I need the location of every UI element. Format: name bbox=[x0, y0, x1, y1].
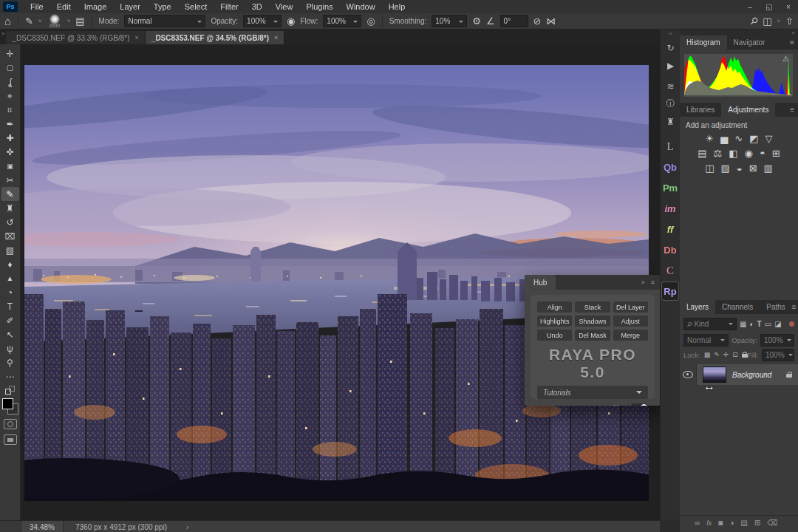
tab-navigator[interactable]: Navigator bbox=[727, 35, 772, 50]
hue-saturation-icon[interactable]: ▤ bbox=[698, 148, 706, 159]
menu-help[interactable]: Help bbox=[382, 2, 412, 11]
brush-angle-field[interactable]: 0° bbox=[500, 15, 528, 27]
tab-overflow-icon[interactable]: » bbox=[1, 30, 4, 37]
close-button[interactable]: × bbox=[779, 1, 798, 13]
blend-mode-select[interactable]: Normal bbox=[124, 15, 205, 27]
panel-badge-c[interactable]: C bbox=[662, 262, 678, 279]
menu-select[interactable]: Select bbox=[178, 2, 214, 11]
layer-effects-icon[interactable]: fx bbox=[706, 519, 712, 527]
stack-button[interactable]: Stack bbox=[575, 301, 610, 313]
close-tab-icon[interactable]: × bbox=[274, 34, 278, 41]
tab-paths[interactable]: Paths bbox=[760, 300, 792, 314]
new-group-icon[interactable]: ▤ bbox=[740, 519, 747, 527]
layer-name[interactable]: Background bbox=[732, 371, 771, 379]
menu-image[interactable]: Image bbox=[78, 2, 114, 11]
edit-toolbar-icon[interactable]: ⋯ bbox=[1, 369, 19, 383]
layer-lock-badge-icon[interactable] bbox=[786, 372, 792, 378]
airbrush-opacity-pressure-icon[interactable]: ◉ bbox=[287, 16, 295, 26]
zoom-tool[interactable]: ⚲ bbox=[1, 355, 19, 369]
align-button[interactable]: Align bbox=[537, 301, 572, 313]
panel-menu-icon[interactable]: ≡ bbox=[790, 38, 798, 47]
type-tool[interactable]: T bbox=[1, 299, 19, 313]
workspace-switcher-icon[interactable]: ◫ bbox=[763, 16, 771, 26]
document-tab-dsc8353[interactable]: _DSC8353.NEF @ 34.5% (RGB/8*) × bbox=[146, 31, 285, 44]
brush-tool[interactable]: ✎ bbox=[1, 187, 19, 201]
histogram-warning-icon[interactable]: ⚠ bbox=[782, 55, 789, 63]
gradient-tool[interactable]: ▧ bbox=[1, 243, 19, 257]
tooltips-toggle[interactable] bbox=[630, 403, 648, 406]
smoothing-select[interactable]: 10% bbox=[432, 15, 467, 27]
tab-libraries[interactable]: Libraries bbox=[680, 103, 721, 117]
airbrush-flow-icon[interactable]: ◎ bbox=[366, 16, 375, 26]
del-mask-button[interactable]: Del Mask bbox=[575, 330, 610, 341]
sharpen-tool[interactable]: ▲ bbox=[1, 271, 19, 285]
layer-filter-kind-select[interactable]: ⚲ Kind bbox=[683, 318, 737, 330]
tab-histogram[interactable]: Histogram bbox=[680, 35, 727, 50]
filter-pixel-icon[interactable]: ▦ bbox=[740, 320, 746, 328]
new-adjustment-icon[interactable]: ◑ bbox=[729, 519, 734, 527]
tab-layers[interactable]: Layers bbox=[680, 300, 715, 314]
tab-channels[interactable]: Channels bbox=[715, 300, 760, 314]
zoom-level-field[interactable]: 34.48% bbox=[21, 521, 64, 532]
default-colors-icon[interactable] bbox=[5, 386, 16, 395]
document-tab-dsc8350[interactable]: _DSC8350.NEF @ 33.3% (RGB/8*) × bbox=[6, 31, 145, 44]
panel-badge-im[interactable]: im bbox=[662, 200, 678, 217]
levels-icon[interactable]: ▅ bbox=[720, 133, 728, 144]
minimize-button[interactable]: – bbox=[740, 1, 760, 13]
crop-tool[interactable]: ⌗ bbox=[1, 103, 19, 117]
filter-shape-icon[interactable]: ▭ bbox=[765, 320, 771, 328]
close-tab-icon[interactable]: × bbox=[135, 34, 139, 41]
delete-layer-icon[interactable]: ⌫ bbox=[767, 519, 777, 527]
patch-tool[interactable]: ▣ bbox=[1, 159, 19, 173]
color-balance-icon[interactable]: ⚖ bbox=[714, 148, 723, 159]
panel-menu-icon[interactable]: ≡ bbox=[790, 106, 798, 114]
adjust-button[interactable]: Adjust bbox=[613, 316, 648, 327]
status-chevron-icon[interactable]: › bbox=[186, 523, 188, 531]
menu-window[interactable]: Window bbox=[340, 2, 382, 11]
panel-badge-l[interactable]: L bbox=[662, 137, 678, 155]
invert-icon[interactable]: ◫ bbox=[705, 163, 714, 174]
shadows-button[interactable]: Shadows bbox=[575, 316, 610, 327]
layer-visibility-eye-icon[interactable] bbox=[683, 371, 693, 378]
brush-settings-panel-icon[interactable]: ▤ bbox=[75, 16, 84, 26]
marquee-tool[interactable]: ▢ bbox=[1, 61, 19, 75]
lock-pixels-icon[interactable]: ✎ bbox=[714, 351, 720, 358]
panel-badge-qb[interactable]: Qb bbox=[662, 158, 678, 176]
undo-button[interactable]: Undo bbox=[537, 330, 572, 341]
photo-filter-icon[interactable]: ◉ bbox=[745, 148, 753, 159]
search-icon[interactable]: ⚲ bbox=[748, 16, 760, 27]
symmetry-icon[interactable]: ⋈ bbox=[547, 16, 556, 26]
layer-blend-mode-select[interactable]: Normal bbox=[683, 334, 729, 347]
tab-adjustments[interactable]: Adjustments bbox=[721, 103, 775, 117]
quick-selection-tool[interactable]: ⌖ bbox=[1, 89, 19, 103]
strip-collapse-icon[interactable]: « bbox=[661, 30, 681, 37]
menu-type[interactable]: Type bbox=[147, 2, 178, 11]
merge-button[interactable]: Merge bbox=[613, 330, 648, 341]
home-icon[interactable]: ⌂ bbox=[4, 16, 11, 27]
new-layer-icon[interactable]: ⊞ bbox=[754, 519, 760, 527]
color-lookup-icon[interactable]: ⊞ bbox=[772, 148, 780, 159]
menu-view[interactable]: View bbox=[269, 2, 300, 11]
brightness-contrast-icon[interactable]: ☀ bbox=[706, 133, 715, 144]
color-swatches[interactable] bbox=[2, 398, 18, 415]
menu-plugins[interactable]: Plugins bbox=[299, 2, 339, 11]
hand-tool[interactable]: ψ bbox=[1, 341, 19, 355]
exposure-icon[interactable]: ◩ bbox=[749, 133, 758, 144]
lock-artboard-icon[interactable]: ⊡ bbox=[732, 351, 738, 358]
channel-mixer-icon[interactable]: ◓ bbox=[760, 148, 765, 159]
menu-3d[interactable]: 3D bbox=[245, 2, 269, 11]
threshold-icon[interactable]: ◒ bbox=[737, 163, 743, 174]
content-aware-move-tool[interactable]: ✂ bbox=[1, 173, 19, 187]
screen-mode-icon[interactable] bbox=[4, 434, 17, 445]
menu-file[interactable]: File bbox=[24, 2, 50, 11]
path-selection-tool[interactable]: ↖ bbox=[1, 327, 19, 341]
posterize-icon[interactable]: ▨ bbox=[720, 163, 729, 174]
size-pressure-icon[interactable]: ⊘ bbox=[533, 16, 542, 26]
smoothing-gear-icon[interactable]: ⚙ bbox=[472, 16, 481, 26]
move-tool[interactable]: ✛ bbox=[1, 47, 19, 61]
version-history-icon[interactable]: ↻ bbox=[661, 43, 681, 53]
hub-collapse-icon[interactable]: » bbox=[641, 279, 645, 286]
menu-layer[interactable]: Layer bbox=[113, 2, 147, 11]
spot-healing-tool[interactable]: ✚ bbox=[1, 131, 19, 145]
flow-select[interactable]: 100% bbox=[323, 15, 361, 27]
